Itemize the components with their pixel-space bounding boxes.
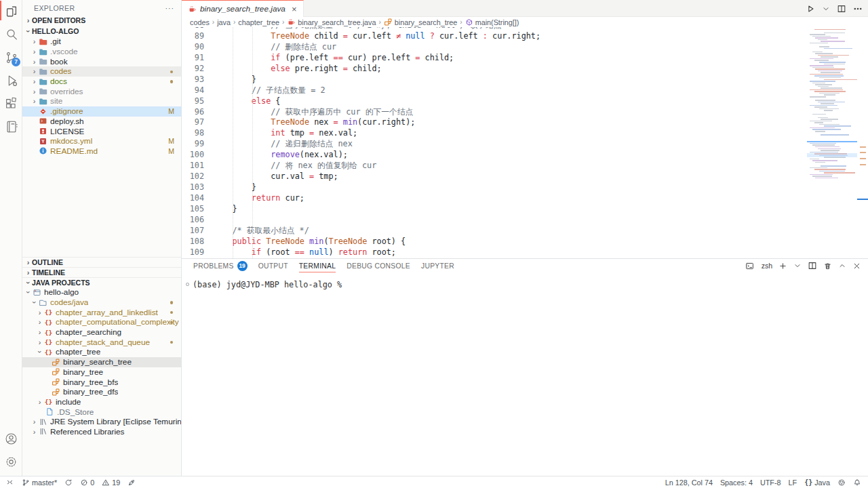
java-item-chapter-searching[interactable]: ›{}chapter_searching	[22, 327, 181, 338]
status-smiley[interactable]	[837, 479, 846, 487]
workspace-root-header[interactable]: › HELLO-ALGO	[22, 26, 181, 36]
status-warning[interactable]: 19	[102, 479, 120, 487]
code-line-109[interactable]: 109 if (root == null) return root;	[182, 247, 806, 258]
code-line-97[interactable]: 97 TreeNode nex = min(cur.right);	[182, 117, 806, 128]
java-item-include[interactable]: ›{}include	[22, 397, 181, 407]
code-line-98[interactable]: 98 int tmp = nex.val;	[182, 128, 806, 139]
activitybar-account-icon[interactable]	[0, 427, 22, 450]
section-header-outline[interactable]: ›OUTLINE	[22, 257, 181, 267]
java-item-chapter-array-and-linkedlist[interactable]: ›{}chapter_array_and_linkedlist	[22, 307, 181, 317]
status-remote[interactable]	[5, 478, 14, 487]
java-item-binary-tree[interactable]: binary_tree	[22, 367, 181, 378]
code-line-94[interactable]: 94 // 子结点数量 = 2	[182, 85, 806, 96]
java-item-binary-tree-bfs[interactable]: binary_tree_bfs	[22, 377, 181, 387]
activitybar-settings-icon[interactable]	[0, 450, 22, 473]
panel-tab-terminal[interactable]: TERMINAL	[299, 259, 336, 273]
code-line-105[interactable]: 105 }	[182, 204, 806, 215]
maximize-panel-icon[interactable]	[838, 262, 846, 270]
explorer-item-license[interactable]: LICENSE	[22, 126, 181, 136]
status-spaces-4[interactable]: Spaces: 4	[720, 479, 753, 487]
shell-label[interactable]: zsh	[762, 262, 772, 270]
overview-ruler[interactable]	[857, 27, 868, 258]
activitybar-notebook-icon[interactable]	[0, 115, 22, 138]
kill-terminal-icon[interactable]	[823, 262, 832, 270]
code-line-91[interactable]: 91 if (pre.left == cur) pre.left = child…	[182, 53, 806, 64]
explorer-item-readme-md[interactable]: README.mdM	[22, 146, 181, 157]
explorer-item-docs[interactable]: ›docs	[22, 77, 181, 87]
code-line-108[interactable]: 108 public TreeNode min(TreeNode root) {	[182, 237, 806, 247]
code-line-92[interactable]: 92 else pre.right = child;	[182, 64, 806, 75]
breadcrumb-codes[interactable]: codes	[190, 18, 210, 26]
panel-tab-problems[interactable]: PROBLEMS19	[193, 259, 248, 273]
breadcrumb-main-string-[interactable]: main(String[])	[465, 18, 519, 26]
java-item-jre-system-library-eclipse-temurin-17-17-[interactable]: ›JRE System Library [Eclipse Temurin 17 …	[22, 417, 181, 427]
status-braces[interactable]: {}Java	[804, 479, 830, 487]
code-line-103[interactable]: 103 }	[182, 182, 806, 193]
panel-tab-jupyter[interactable]: JUPYTER	[421, 259, 454, 273]
explorer-item-site[interactable]: ›site	[22, 96, 181, 106]
status-bell[interactable]	[853, 479, 861, 487]
explorer-item-deploy-sh[interactable]: deploy.sh	[22, 117, 181, 127]
java-item-chapter-tree[interactable]: ›{}chapter_tree	[22, 347, 181, 357]
run-dropdown-icon[interactable]	[822, 5, 830, 13]
explorer-item--vscode[interactable]: ›.vscode	[22, 47, 181, 57]
java-item-binary-tree-dfs[interactable]: binary_tree_dfs	[22, 387, 181, 397]
code-editor[interactable]: 88 // 当子结点数量 = 0 / 1 时， child = null / 该…	[182, 27, 868, 258]
status-rocket[interactable]	[127, 479, 136, 487]
breadcrumb-java[interactable]: java	[217, 18, 231, 26]
activitybar-extensions-icon[interactable]	[0, 92, 22, 115]
more-actions-icon[interactable]	[853, 4, 863, 14]
panel-tab-output[interactable]: OUTPUT	[258, 259, 288, 273]
code-line-90[interactable]: 90 // 删除结点 cur	[182, 42, 806, 53]
code-line-99[interactable]: 99 // 递归删除结点 nex	[182, 139, 806, 150]
status-branch[interactable]: master*	[22, 479, 57, 487]
new-terminal-button[interactable]	[778, 262, 787, 270]
explorer-item--gitignore[interactable]: .gitignoreM	[22, 106, 181, 117]
code-line-104[interactable]: 104 return cur;	[182, 193, 806, 204]
code-line-96[interactable]: 96 // 获取中序遍历中 cur 的下一个结点	[182, 107, 806, 118]
activitybar-source-control-icon[interactable]: 7	[0, 46, 22, 69]
status-error[interactable]: 0	[80, 479, 94, 487]
breadcrumb-binary-search-tree-java[interactable]: binary_search_tree.java	[287, 18, 376, 26]
code-line-102[interactable]: 102 cur.val = tmp;	[182, 171, 806, 182]
split-editor-icon[interactable]	[837, 4, 846, 14]
java-item--ds-store[interactable]: .DS_Store	[22, 407, 181, 417]
tab-close-icon[interactable]: ×	[292, 4, 297, 14]
section-header-timeline[interactable]: ›TIMELINE	[22, 267, 181, 277]
java-item-binary-search-tree[interactable]: binary_search_tree	[22, 357, 181, 367]
explorer-item-overrides[interactable]: ›overrides	[22, 86, 181, 96]
split-terminal-icon[interactable]	[808, 261, 817, 270]
java-item-chapter-computational-complexity[interactable]: ›{}chapter_computational_complexity	[22, 317, 181, 327]
terminal[interactable]: (base) jyd@JYD-MBP hello-algo %	[182, 275, 868, 476]
breadcrumb-chapter-tree[interactable]: chapter_tree	[238, 18, 279, 26]
more-actions-icon[interactable]: ···	[165, 4, 175, 15]
status-sync[interactable]	[64, 479, 73, 487]
breadcrumb-binary-search-tree[interactable]: binary_search_tree	[384, 18, 457, 26]
java-item-referenced-libraries[interactable]: ›Referenced Libraries	[22, 427, 181, 437]
terminal-dropdown-icon[interactable]	[793, 262, 802, 270]
explorer-item-codes[interactable]: ›codes	[22, 66, 181, 77]
code-line-89[interactable]: 89 TreeNode child = cur.left ≠ null ? cu…	[182, 31, 806, 42]
section-header-java-projects[interactable]: ›JAVA PROJECTS	[22, 277, 181, 287]
minimap[interactable]	[807, 27, 857, 258]
tab-binary-search-tree[interactable]: binary_search_tree.java ×	[182, 0, 304, 17]
code-line-100[interactable]: 100 remove(nex.val);	[182, 150, 806, 161]
run-button[interactable]	[806, 4, 815, 14]
status-utf-8[interactable]: UTF-8	[760, 479, 781, 487]
java-item-chapter-stack-and-queue[interactable]: ›{}chapter_stack_and_queue	[22, 337, 181, 347]
java-item-hello-algo[interactable]: ›hello-algo	[22, 287, 181, 298]
code-line-101[interactable]: 101 // 将 nex 的值复制给 cur	[182, 161, 806, 171]
close-panel-icon[interactable]	[852, 262, 861, 270]
status-lf[interactable]: LF	[789, 479, 797, 487]
activitybar-search-icon[interactable]	[0, 23, 22, 46]
activitybar-run-debug-icon[interactable]	[0, 69, 22, 92]
code-line-93[interactable]: 93 }	[182, 75, 806, 85]
java-item-codes-java[interactable]: ›codes/java	[22, 298, 181, 308]
status-ln-128-col-74[interactable]: Ln 128, Col 74	[665, 479, 713, 487]
explorer-item-mkdocs-yml[interactable]: Ymkdocs.ymlM	[22, 136, 181, 146]
code-line-106[interactable]: 106	[182, 215, 806, 226]
code-line-107[interactable]: 107 /* 获取最小结点 */	[182, 226, 806, 237]
explorer-item-book[interactable]: ›book	[22, 56, 181, 66]
explorer-item--git[interactable]: ›.git	[22, 37, 181, 47]
code-line-95[interactable]: 95 else {	[182, 96, 806, 107]
